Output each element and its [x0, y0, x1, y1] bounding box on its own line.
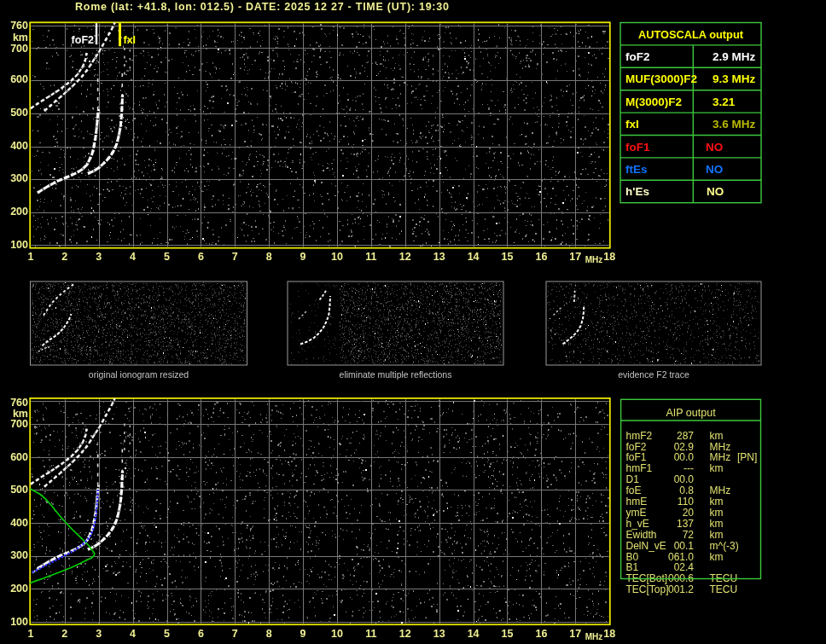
svg-text:5: 5 — [164, 251, 170, 263]
svg-text:400: 400 — [10, 517, 28, 529]
svg-text:100: 100 — [10, 239, 28, 251]
svg-text:287: 287 — [677, 430, 694, 442]
svg-text:15: 15 — [502, 628, 514, 640]
svg-text:m^(-3): m^(-3) — [710, 540, 739, 552]
svg-text:3.6 MHz: 3.6 MHz — [713, 118, 756, 131]
svg-text:4: 4 — [130, 251, 136, 263]
svg-text:3.21: 3.21 — [713, 96, 736, 108]
svg-text:3: 3 — [96, 628, 102, 640]
svg-text:foE: foE — [626, 484, 642, 496]
svg-text:061.0: 061.0 — [668, 551, 694, 563]
svg-text:MHz: MHz — [710, 441, 731, 453]
svg-text:eliminate multiple reflections: eliminate multiple reflections — [340, 369, 452, 380]
svg-text:DelN_vE: DelN_vE — [626, 540, 666, 552]
svg-text:1: 1 — [27, 251, 33, 263]
svg-text:8: 8 — [266, 628, 272, 640]
svg-text:h'Es: h'Es — [625, 185, 649, 198]
svg-text:02.4: 02.4 — [674, 561, 695, 573]
svg-text:13: 13 — [433, 628, 445, 640]
svg-text:B0: B0 — [626, 551, 639, 563]
svg-text:760: 760 — [10, 20, 28, 32]
svg-text:km: km — [710, 507, 724, 519]
svg-text:14: 14 — [468, 628, 480, 640]
svg-text:h_vE: h_vE — [626, 518, 649, 530]
svg-text:17: 17 — [569, 251, 581, 263]
svg-text:16: 16 — [535, 628, 547, 640]
svg-text:600: 600 — [10, 73, 28, 85]
svg-text:TEC[Top]: TEC[Top] — [626, 583, 669, 595]
svg-text:NO: NO — [707, 185, 724, 198]
svg-text:MHz: MHz — [585, 255, 603, 264]
svg-text:2: 2 — [61, 251, 67, 263]
svg-text:72: 72 — [683, 529, 695, 541]
svg-text:8: 8 — [266, 251, 272, 263]
svg-text:18: 18 — [603, 628, 615, 640]
svg-text:10: 10 — [331, 628, 343, 640]
svg-text:original ionogram resized: original ionogram resized — [89, 369, 189, 380]
svg-text:400: 400 — [10, 140, 28, 152]
svg-text:---: --- — [683, 462, 694, 474]
svg-text:foF2: foF2 — [625, 50, 650, 63]
svg-text:AIP output: AIP output — [666, 407, 716, 419]
svg-text:evidence F2 trace: evidence F2 trace — [618, 369, 689, 380]
svg-text:2.9 MHz: 2.9 MHz — [713, 50, 756, 63]
svg-text:001.2: 001.2 — [668, 583, 694, 595]
svg-text:12: 12 — [399, 628, 411, 640]
svg-text:[PN]: [PN] — [737, 451, 757, 463]
svg-text:110: 110 — [678, 496, 694, 508]
svg-text:Rome (lat: +41.8, lon: 012.5): Rome (lat: +41.8, lon: 012.5) - DATE: 20… — [75, 1, 450, 13]
svg-text:20: 20 — [683, 507, 695, 519]
svg-text:02.9: 02.9 — [674, 441, 695, 453]
svg-text:ftEs: ftEs — [625, 163, 648, 176]
svg-text:500: 500 — [10, 484, 28, 496]
svg-text:foF1: foF1 — [626, 451, 647, 463]
svg-text:137: 137 — [677, 518, 694, 530]
svg-text:17: 17 — [569, 628, 581, 640]
svg-text:foF2: foF2 — [626, 441, 647, 453]
svg-text:9.3 MHz: 9.3 MHz — [713, 73, 756, 85]
svg-text:3: 3 — [96, 251, 102, 263]
svg-text:00.0: 00.0 — [674, 451, 695, 463]
svg-text:10: 10 — [331, 251, 343, 263]
svg-text:5: 5 — [164, 628, 170, 640]
svg-text:MHz: MHz — [710, 484, 731, 496]
svg-text:MHz: MHz — [585, 632, 603, 641]
svg-text:fxI: fxI — [625, 118, 639, 131]
svg-text:700: 700 — [10, 418, 28, 430]
svg-text:D1: D1 — [626, 473, 640, 485]
svg-text:km: km — [710, 430, 724, 442]
svg-text:300: 300 — [10, 549, 28, 561]
svg-text:6: 6 — [198, 251, 204, 263]
svg-text:300: 300 — [10, 172, 28, 184]
svg-text:00.1: 00.1 — [674, 540, 695, 552]
svg-text:Ewidth: Ewidth — [626, 529, 657, 541]
svg-text:18: 18 — [603, 251, 615, 263]
svg-text:4: 4 — [130, 628, 136, 640]
svg-text:km: km — [710, 518, 724, 530]
svg-text:11: 11 — [365, 251, 376, 263]
svg-text:MUF(3000)F2: MUF(3000)F2 — [625, 73, 697, 85]
svg-text:hmF1: hmF1 — [626, 462, 653, 474]
svg-text:13: 13 — [433, 251, 445, 263]
svg-text:foF1: foF1 — [625, 141, 650, 154]
svg-text:hmE: hmE — [626, 496, 648, 508]
svg-text:200: 200 — [10, 583, 28, 595]
svg-text:9: 9 — [300, 251, 306, 263]
svg-text:12: 12 — [399, 251, 411, 263]
svg-text:MHz: MHz — [710, 451, 731, 463]
svg-text:ymE: ymE — [626, 507, 647, 519]
svg-text:km: km — [710, 496, 724, 508]
svg-text:6: 6 — [198, 628, 204, 640]
svg-text:AUTOSCALA output: AUTOSCALA output — [638, 28, 744, 41]
svg-text:M(3000)F2: M(3000)F2 — [625, 96, 682, 108]
svg-text:11: 11 — [365, 628, 376, 640]
svg-text:700: 700 — [10, 43, 28, 55]
svg-text:km: km — [710, 462, 724, 474]
svg-text:00.0: 00.0 — [674, 473, 695, 485]
svg-text:500: 500 — [10, 107, 28, 119]
svg-text:15: 15 — [502, 251, 514, 263]
svg-text:2: 2 — [61, 628, 67, 640]
svg-text:B1: B1 — [626, 561, 639, 573]
svg-text:hmF2: hmF2 — [626, 430, 653, 442]
svg-text:200: 200 — [10, 206, 28, 218]
